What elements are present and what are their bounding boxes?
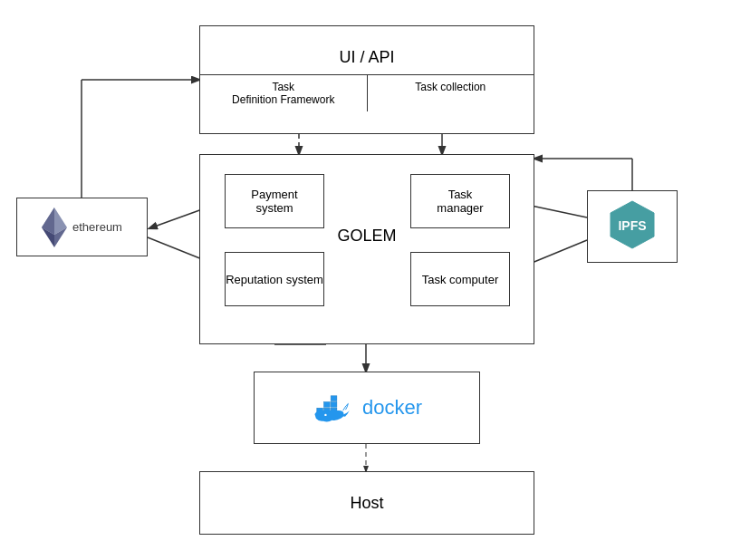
svg-rect-22 <box>331 396 337 401</box>
task-manager-box: Taskmanager <box>410 174 510 228</box>
task-collection-label: Task collection <box>368 75 534 111</box>
ui-api-title: UI / API <box>339 48 394 67</box>
ipfs-logo-icon: IPFS <box>609 199 656 254</box>
host-label: Host <box>350 494 383 513</box>
docker-whale-icon <box>312 391 357 424</box>
ethereum-logo-icon <box>42 208 67 247</box>
svg-rect-20 <box>323 402 330 408</box>
reputation-system-label: Reputation system <box>226 273 323 286</box>
payment-system-label: Paymentsystem <box>251 188 297 215</box>
docker-logo: docker <box>312 391 422 424</box>
ethereum-box: ethereum <box>16 198 148 256</box>
docker-text: docker <box>362 396 422 420</box>
payment-system-box: Paymentsystem <box>225 174 324 228</box>
ipfs-box: IPFS <box>587 190 678 263</box>
svg-text:IPFS: IPFS <box>618 218 646 233</box>
docker-box: docker <box>254 372 480 444</box>
ui-api-box: UI / API TaskDefinition Framework Task c… <box>199 25 534 134</box>
svg-marker-27 <box>42 208 54 235</box>
svg-rect-21 <box>331 402 337 408</box>
architecture-diagram: UI / API TaskDefinition Framework Task c… <box>0 0 731 560</box>
svg-point-23 <box>324 414 326 416</box>
ui-api-inner: TaskDefinition Framework Task collection <box>200 74 534 111</box>
task-computer-label: Task computer <box>422 273 499 286</box>
ethereum-label: ethereum <box>72 220 122 234</box>
task-computer-box: Task computer <box>410 252 510 306</box>
reputation-system-box: Reputation system <box>225 252 324 306</box>
host-box: Host <box>199 471 534 535</box>
task-manager-label: Taskmanager <box>437 188 483 215</box>
task-definition-label: TaskDefinition Framework <box>200 75 368 111</box>
